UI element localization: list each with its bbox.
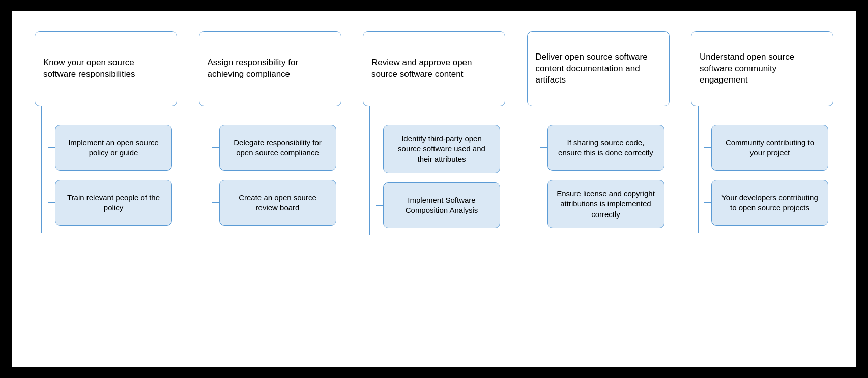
down-line-2 [199, 106, 341, 118]
sub-box-row-4-1: If sharing source code, ensure this is d… [540, 125, 670, 171]
trunk-inner-2 [206, 118, 207, 233]
trunk-line-4 [527, 118, 540, 235]
sub-box-row-3-2: Implement Software Composition Analysis [376, 182, 505, 228]
h-branch-2-1 [212, 147, 219, 148]
column-4: Deliver open source software content doc… [519, 31, 677, 235]
sub-section-5: Community contributing to your projectYo… [691, 118, 833, 233]
column-2: Assign responsibility for achieving comp… [191, 31, 349, 233]
column-1: Know your open source software responsib… [27, 31, 185, 233]
sub-box-3-1: Identify third-party open source softwar… [383, 125, 500, 173]
h-branch-5-1 [704, 147, 711, 148]
sub-boxes-3: Identify third-party open source softwar… [376, 118, 505, 235]
top-box-5: Understand open source software communit… [691, 31, 833, 106]
h-branch-5-2 [704, 202, 711, 203]
sub-box-2-1: Delegate responsibility for open source … [219, 125, 336, 171]
sub-box-row-5-1: Community contributing to your project [704, 125, 833, 171]
sub-box-row-1-1: Implement an open source policy or guide [48, 125, 177, 171]
sub-box-row-2-2: Create an open source review board [212, 180, 341, 226]
sub-boxes-4: If sharing source code, ensure this is d… [540, 118, 670, 235]
sub-boxes-2: Delegate responsibility for open source … [212, 118, 341, 233]
h-branch-4-2 [540, 204, 547, 205]
sub-boxes-1: Implement an open source policy or guide… [48, 118, 177, 233]
column-5: Understand open source software communit… [683, 31, 841, 233]
sub-box-1-1: Implement an open source policy or guide [55, 125, 172, 171]
sub-section-4: If sharing source code, ensure this is d… [527, 118, 670, 235]
sub-section-3: Identify third-party open source softwar… [363, 118, 505, 235]
down-line-4 [527, 106, 670, 118]
down-line-1 [35, 106, 177, 118]
h-branch-3-2 [376, 205, 383, 206]
sub-box-row-5-2: Your developers contributing to open sou… [704, 180, 833, 226]
sub-box-1-2: Train relevant people of the policy [55, 180, 172, 226]
down-line-5 [691, 106, 833, 118]
sub-box-4-2: Ensure license and copyright attribution… [547, 180, 664, 228]
down-line-3 [363, 106, 505, 118]
trunk-inner-5 [698, 118, 699, 233]
h-branch-1-2 [48, 202, 55, 203]
sub-box-row-4-2: Ensure license and copyright attribution… [540, 180, 670, 228]
sub-box-5-2: Your developers contributing to open sou… [711, 180, 828, 226]
sub-box-2-2: Create an open source review board [219, 180, 336, 226]
top-box-4: Deliver open source software content doc… [527, 31, 670, 106]
column-3: Review and approve open source software … [355, 31, 513, 235]
sub-box-3-2: Implement Software Composition Analysis [383, 182, 500, 228]
trunk-line-2 [199, 118, 212, 233]
sub-box-row-2-1: Delegate responsibility for open source … [212, 125, 341, 171]
trunk-line-1 [35, 118, 48, 233]
h-branch-4-1 [540, 147, 547, 148]
sub-box-5-1: Community contributing to your project [711, 125, 828, 171]
trunk-line-5 [691, 118, 704, 233]
trunk-inner-4 [534, 118, 535, 235]
sub-box-row-3-1: Identify third-party open source softwar… [376, 125, 505, 173]
top-box-2: Assign responsibility for achieving comp… [199, 31, 341, 106]
trunk-line-3 [363, 118, 376, 235]
sub-section-2: Delegate responsibility for open source … [199, 118, 341, 233]
sub-boxes-5: Community contributing to your projectYo… [704, 118, 833, 233]
sub-box-4-1: If sharing source code, ensure this is d… [547, 125, 664, 171]
main-diagram: Know your open source software responsib… [12, 11, 856, 367]
top-box-3: Review and approve open source software … [363, 31, 505, 106]
sub-box-row-1-2: Train relevant people of the policy [48, 180, 177, 226]
h-branch-2-2 [212, 202, 219, 203]
h-branch-1-1 [48, 147, 55, 148]
h-branch-3-1 [376, 149, 383, 150]
trunk-inner-3 [369, 118, 370, 235]
sub-section-1: Implement an open source policy or guide… [35, 118, 177, 233]
top-box-1: Know your open source software responsib… [35, 31, 177, 106]
trunk-inner-1 [41, 118, 42, 233]
